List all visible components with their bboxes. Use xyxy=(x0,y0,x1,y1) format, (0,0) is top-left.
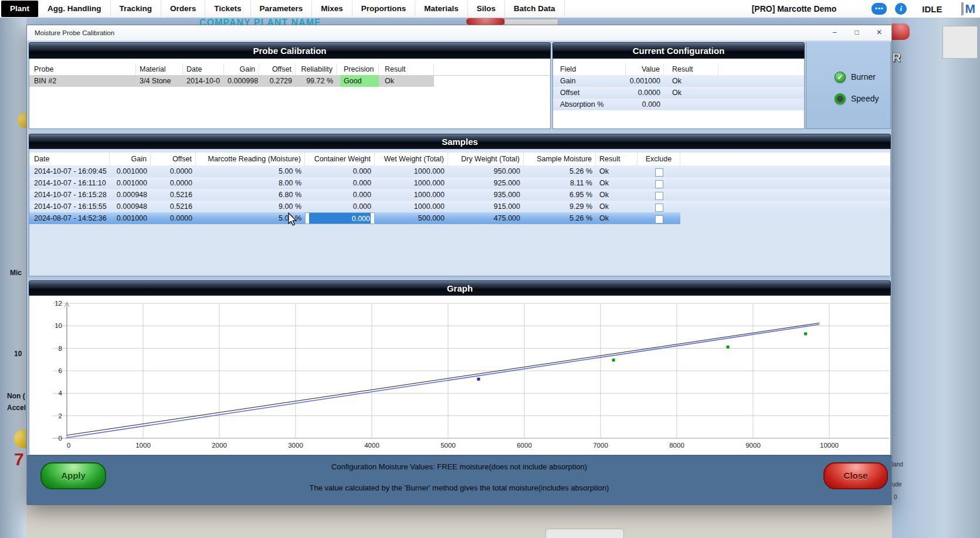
x-tick-label: 4000 xyxy=(364,442,379,449)
info-icon[interactable]: i xyxy=(895,3,907,15)
y-tick-label: 8 xyxy=(59,345,62,352)
menu-item-plant[interactable]: Plant xyxy=(1,1,39,17)
container-weight-editor[interactable]: 0.000 xyxy=(305,212,375,224)
menu-item-tickets[interactable]: Tickets xyxy=(205,1,250,17)
data-point xyxy=(612,358,615,361)
maximize-button[interactable]: □ xyxy=(846,25,868,40)
config-row[interactable]: Offset0.0000Ok xyxy=(553,87,804,99)
sample-exclude xyxy=(637,189,680,201)
chat-bubble-icon[interactable]: ••• xyxy=(872,3,887,15)
sample-moisture: 9.29 % xyxy=(524,201,596,212)
sample-result: Ok xyxy=(596,201,637,212)
probe-gain: 0.000998 xyxy=(224,75,259,87)
menu-item-mixes[interactable]: Mixes xyxy=(312,1,352,17)
sample-gain: 0.001000 xyxy=(110,177,151,189)
y-tick-label: 0 xyxy=(59,435,62,442)
minimize-button[interactable]: – xyxy=(823,25,846,40)
exclude-checkbox[interactable] xyxy=(655,204,663,212)
col-exclude: Exclude xyxy=(637,153,680,165)
sample-result: Ok xyxy=(596,189,637,201)
sample-wet: 1000.000 xyxy=(375,177,448,189)
menu-item-silos[interactable]: Silos xyxy=(468,1,505,17)
probe-reliability: 99.72 % xyxy=(296,75,337,87)
background-top-strip: COMPANY PLANT NAME xyxy=(26,18,892,25)
sample-offset: 0.0000 xyxy=(151,212,196,224)
menubar-right: [PRO] Marcotte Demo ••• i IDLE M xyxy=(752,0,975,18)
menu-item-materials[interactable]: Materials xyxy=(415,1,468,17)
sample-row[interactable]: 2014-10-07 - 16:15:550.0009480.52169.00 … xyxy=(29,201,890,212)
exclude-checkbox[interactable] xyxy=(655,180,663,188)
config-header-row: FieldValueResult xyxy=(553,63,804,76)
col-material: Material xyxy=(136,63,183,75)
method-option-speedy[interactable]: Speedy xyxy=(835,91,879,106)
col-reliability: Reliability xyxy=(296,63,337,75)
apply-button[interactable]: Apply xyxy=(40,462,106,489)
col-field: Field xyxy=(557,63,626,75)
status-badge: IDLE xyxy=(922,4,942,14)
sample-row[interactable]: 2014-10-07 - 16:11:100.0010000.00008.00 … xyxy=(29,177,890,189)
col-offset: Offset xyxy=(151,153,196,165)
sample-exclude xyxy=(637,177,680,189)
data-point xyxy=(477,378,480,381)
menu-item-batch-data[interactable]: Batch Data xyxy=(505,1,565,17)
bg-fragment: Mic xyxy=(10,269,22,277)
exclude-checkbox[interactable] xyxy=(655,168,663,177)
calibration-graph: 0246810120100020003000400050006000700080… xyxy=(29,296,890,454)
bg-red-button-fragment xyxy=(892,23,910,40)
col-date: Date xyxy=(183,63,224,75)
x-tick-label: 1000 xyxy=(135,442,151,449)
current-configuration-header: Current Configuration xyxy=(552,42,805,59)
close-window-button[interactable]: ✕ xyxy=(868,25,890,40)
sample-wet: 1000.000 xyxy=(375,165,448,177)
menu-item-tracking[interactable]: Tracking xyxy=(111,1,162,17)
selected-edit-text: 0.000 xyxy=(309,213,371,224)
x-tick-label: 9000 xyxy=(745,442,761,449)
method-options: ✓BurnerSpeedy xyxy=(806,42,891,129)
sample-result: Ok xyxy=(596,212,637,224)
sample-row[interactable]: 2014-10-07 - 16:15:280.0009480.52166.80 … xyxy=(29,189,890,201)
menu-item-parameters[interactable]: Parameters xyxy=(251,1,313,17)
sample-row-selected[interactable]: 2024-08-07 - 14:52:360.0010000.00005.00 … xyxy=(29,212,680,224)
config-row[interactable]: Absorption %0.000 xyxy=(553,99,804,110)
sample-exclude xyxy=(637,201,680,212)
bg-fragment: ude xyxy=(892,481,902,488)
bg-gray-fragment xyxy=(942,26,978,59)
bg-fragment: Non ( xyxy=(7,392,25,400)
graph-panel: 0246810120100020003000400050006000700080… xyxy=(29,296,891,455)
menu-item-orders[interactable]: Orders xyxy=(161,1,205,17)
bg-fragment: land xyxy=(892,461,903,468)
probe-precision: Good xyxy=(340,75,379,87)
x-tick-label: 6000 xyxy=(517,442,532,449)
sample-offset: 0.5216 xyxy=(151,189,196,201)
config-result: Ok xyxy=(669,87,718,99)
config-row[interactable]: Gain0.001000Ok xyxy=(553,75,804,87)
sample-dry: 475.000 xyxy=(448,212,524,224)
probe-row[interactable]: BIN #23/4 Stone2014-10-00.0009980.272999… xyxy=(29,75,434,87)
menu-item-proportions[interactable]: Proportions xyxy=(352,1,416,17)
samples-header: Samples xyxy=(29,134,891,149)
exclude-checkbox[interactable] xyxy=(655,215,663,224)
config-field: Absorption % xyxy=(557,99,626,110)
method-option-burner[interactable]: ✓Burner xyxy=(835,69,876,84)
probe-result: Ok xyxy=(381,75,434,87)
window-controls: – □ ✕ xyxy=(823,25,890,40)
radio-circle-icon xyxy=(835,93,846,104)
sample-dry: 915.000 xyxy=(448,201,524,212)
sample-moisture: 5.26 % xyxy=(524,165,596,177)
y-tick-label: 2 xyxy=(59,412,62,419)
samples-header-row: DateGainOffsetMarcotte Reading (Moisture… xyxy=(29,153,890,166)
method-option-label: Speedy xyxy=(851,94,879,103)
sample-dry: 950.000 xyxy=(448,165,524,177)
exclude-checkbox[interactable] xyxy=(655,192,663,200)
sample-row[interactable]: 2014-10-07 - 16:09:450.0010000.00005.00 … xyxy=(29,165,890,177)
background-bottom-strip xyxy=(26,505,892,538)
x-tick-label: 2000 xyxy=(212,442,227,449)
bg-fragment: R xyxy=(892,50,901,65)
sample-exclude xyxy=(637,212,680,224)
close-button[interactable]: Close xyxy=(823,462,888,489)
sample-container: 0.000 xyxy=(305,201,375,212)
menu-item-agg-handling[interactable]: Agg. Handling xyxy=(39,1,111,17)
background-left-strip: Mic 10 Non ( Accel 7 xyxy=(0,18,26,538)
sample-wet: 1000.000 xyxy=(375,189,448,201)
plant-name-fragment: COMPANY PLANT NAME xyxy=(199,18,321,25)
